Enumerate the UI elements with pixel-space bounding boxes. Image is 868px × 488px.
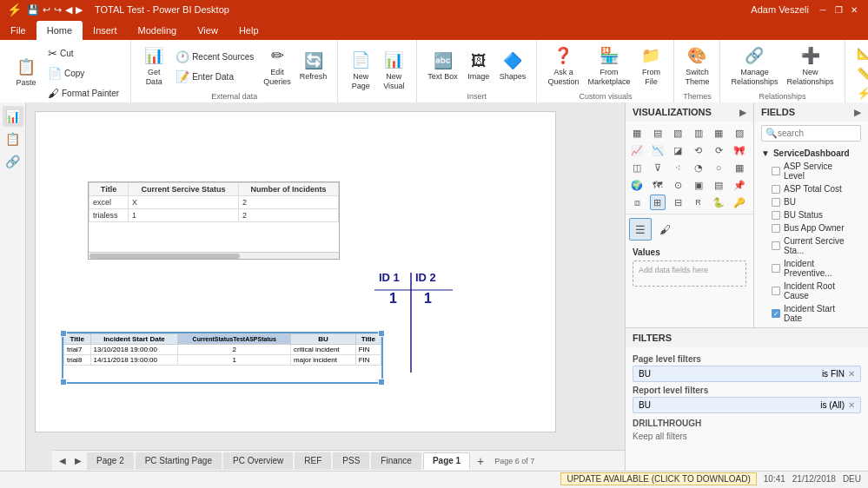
from-file-button[interactable]: 📁 FromFile — [635, 44, 666, 89]
viz-slicer[interactable]: ⧈ — [629, 195, 645, 210]
new-measure-button[interactable]: 📐 New Measure — [852, 43, 868, 63]
viz-card[interactable]: ▣ — [691, 177, 706, 193]
enter-data-button[interactable]: 📝 Enter Data — [171, 68, 258, 87]
report-canvas[interactable]: Title Current Sercive Status Number of I… — [35, 111, 556, 432]
tab-page2[interactable]: Page 2 — [87, 452, 134, 470]
service-dashboard-header[interactable]: ▼ ServiceDashboard — [754, 147, 868, 160]
get-data-button[interactable]: 📊 GetData — [138, 44, 169, 89]
viz-format-icon[interactable]: 🖌 — [653, 218, 676, 241]
minimize-button[interactable]: ─ — [816, 3, 830, 16]
bu-filter-page[interactable]: BU is FIN ✕ — [633, 366, 861, 382]
tab-home[interactable]: Home — [36, 21, 83, 40]
viz-r-script[interactable]: R — [691, 195, 706, 210]
viz-pie[interactable]: ◔ — [691, 160, 706, 175]
marketplace-button[interactable]: 🏪 FromMarketplace — [584, 44, 633, 89]
viz-line-stacked[interactable]: ⟳ — [711, 142, 726, 158]
ask-question-button[interactable]: ❓ Ask aQuestion — [544, 44, 582, 89]
viz-ribbon[interactable]: 🎀 — [732, 142, 747, 158]
quick-redo[interactable]: ↪ — [54, 4, 62, 16]
quick-undo[interactable]: ↩ — [43, 4, 50, 16]
report-view-icon[interactable]: 📊 — [3, 106, 23, 127]
tab-modeling[interactable]: Modeling — [128, 21, 188, 40]
viz-kpi[interactable]: 📌 — [732, 177, 747, 193]
viz-fields-icon[interactable]: ☰ — [629, 218, 652, 241]
tab-help[interactable]: Help — [229, 21, 269, 40]
viz-line-clustered[interactable]: ⟲ — [691, 142, 706, 158]
new-quick-measure-button[interactable]: ⚡ New Quick Measure — [852, 83, 868, 102]
viz-python[interactable]: 🐍 — [711, 195, 726, 210]
detail-table-visual[interactable]: Title Incident Start Date CurrentStatusT… — [62, 332, 383, 384]
restore-button[interactable]: ❐ — [832, 3, 845, 16]
field-incident-preventive[interactable]: Incident Preventive... — [754, 257, 868, 280]
new-visual-button[interactable]: 📊 NewVisual — [378, 49, 409, 94]
viz-multi-row-card[interactable]: ▤ — [711, 177, 726, 193]
tab-pc-starting[interactable]: PC Starting Page — [136, 452, 222, 470]
fields-search-input[interactable] — [778, 129, 868, 138]
field-bu[interactable]: BU — [754, 195, 868, 208]
edit-queries-button[interactable]: ✏ EditQueries — [260, 44, 295, 89]
tab-page1[interactable]: Page 1 — [423, 452, 470, 470]
refresh-button[interactable]: 🔄 Refresh — [296, 44, 331, 89]
tab-insert[interactable]: Insert — [83, 21, 128, 40]
tab-file[interactable]: File — [0, 21, 36, 40]
viz-expand-icon[interactable]: ▶ — [739, 108, 746, 117]
copy-button[interactable]: 📄 Copy — [43, 63, 123, 82]
fields-expand-icon[interactable]: ▶ — [854, 108, 861, 117]
manage-relationships-button[interactable]: 🔗 ManageRelationships — [727, 44, 781, 89]
page-nav-right[interactable]: ▶ — [71, 454, 85, 468]
fields-search[interactable]: 🔍 — [761, 125, 861, 142]
image-button[interactable]: 🖼 Image — [463, 44, 494, 89]
tab-view[interactable]: View — [187, 21, 229, 40]
tab-pss[interactable]: PSS — [333, 452, 369, 470]
viz-line[interactable]: 📈 — [629, 142, 645, 158]
quick-save[interactable]: 💾 — [27, 4, 39, 16]
viz-donut[interactable]: ○ — [711, 160, 726, 175]
tab-finance[interactable]: Finance — [371, 452, 421, 470]
values-drop-zone[interactable]: Add data fields here — [633, 260, 746, 287]
viz-stacked-bar-100[interactable]: ▧ — [670, 125, 686, 141]
viz-table[interactable]: ⊞ — [650, 195, 666, 210]
viz-matrix[interactable]: ⊟ — [670, 195, 686, 210]
bu-report-filter-remove[interactable]: ✕ — [848, 400, 855, 410]
field-bu-status[interactable]: BU Status — [754, 208, 868, 221]
data-view-icon[interactable]: 📋 — [3, 129, 23, 149]
viz-clustered-col[interactable]: ▦ — [711, 125, 726, 141]
recent-sources-button[interactable]: 🕐 Recent Sources — [171, 48, 258, 67]
viz-treemap[interactable]: ▦ — [732, 160, 747, 175]
viz-funnel[interactable]: ⊽ — [650, 160, 666, 175]
page-nav-left[interactable]: ◀ — [56, 454, 70, 468]
relationship-view-icon[interactable]: 🔗 — [3, 151, 23, 172]
viz-clustered-bar[interactable]: ▤ — [650, 125, 666, 141]
field-asp-total-cost[interactable]: ASP Total Cost — [754, 182, 868, 195]
paste-button[interactable]: 📋 Paste — [10, 50, 42, 96]
text-box-button[interactable]: 🔤 Text Box — [424, 44, 461, 89]
bu-filter-remove[interactable]: ✕ — [848, 369, 855, 379]
format-painter-button[interactable]: 🖌 Format Painter — [43, 83, 123, 102]
quick-forward[interactable]: ▶ — [76, 4, 83, 16]
viz-stacked-area[interactable]: ◪ — [670, 142, 686, 158]
field-asp-service-level[interactable]: ASP Service Level — [754, 160, 868, 182]
tab-ref[interactable]: REF — [295, 452, 331, 470]
viz-gauge[interactable]: ⊙ — [670, 177, 686, 193]
new-page-button[interactable]: 📄 NewPage — [345, 49, 376, 94]
viz-map[interactable]: 🌍 — [629, 177, 645, 193]
field-incident-start-date[interactable]: ✓ Incident Start Date — [754, 302, 868, 325]
tab-pc-overview[interactable]: PC Overview — [223, 452, 293, 470]
field-incident-root-cause[interactable]: Incident Root Cause — [754, 280, 868, 302]
field-incident-url[interactable]: Incident URL — [754, 325, 868, 327]
cut-button[interactable]: ✂ Cut — [43, 43, 123, 63]
viz-filled-map[interactable]: 🗺 — [650, 177, 666, 193]
quick-back[interactable]: ◀ — [65, 4, 72, 16]
viz-stacked-col[interactable]: ▥ — [691, 125, 706, 141]
viz-waterfall[interactable]: ◫ — [629, 160, 645, 175]
field-bus-app-owner[interactable]: Bus App Owner — [754, 221, 868, 234]
update-banner[interactable]: UPDATE AVAILABLE (CLICK TO DOWNLOAD) — [560, 472, 756, 485]
new-column-button[interactable]: 📏 New Column — [852, 63, 868, 82]
new-relationship-button[interactable]: ➕ NewRelationships — [783, 44, 837, 89]
add-page-button[interactable]: + — [472, 452, 489, 470]
viz-key-influencer[interactable]: 🔑 — [732, 195, 747, 210]
main-table-visual[interactable]: Title Current Sercive Status Number of I… — [88, 181, 340, 260]
viz-stacked-bar[interactable]: ▦ — [629, 125, 645, 141]
switch-theme-button[interactable]: 🎨 SwitchTheme — [681, 44, 712, 89]
bu-filter-report[interactable]: BU is (All) ✕ — [633, 397, 861, 413]
